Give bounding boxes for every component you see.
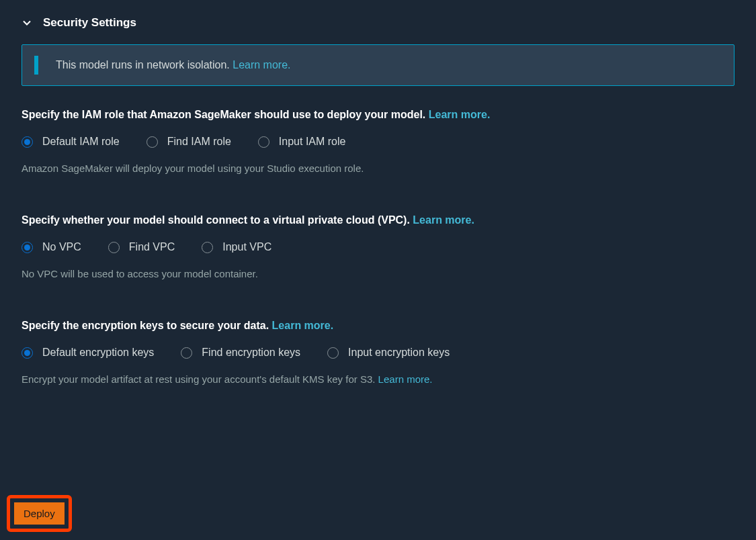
- vpc-learn-more-link[interactable]: Learn more.: [413, 214, 474, 226]
- radio-icon: [22, 136, 33, 148]
- radio-label: No VPC: [42, 241, 81, 253]
- iam-role-learn-more-link[interactable]: Learn more.: [429, 109, 491, 120]
- encryption-helper-text: Encrypt your model artifact at rest usin…: [22, 373, 375, 385]
- iam-default-radio[interactable]: Default IAM role: [22, 136, 120, 148]
- chevron-down-icon[interactable]: [22, 17, 32, 28]
- radio-label: Find IAM role: [167, 136, 231, 148]
- encryption-learn-more-link[interactable]: Learn more.: [272, 320, 334, 331]
- section-title: Security Settings: [43, 16, 136, 30]
- iam-find-radio[interactable]: Find IAM role: [146, 136, 231, 148]
- radio-label: Find encryption keys: [202, 347, 300, 359]
- iam-role-label-text: Specify the IAM role that Amazon SageMak…: [22, 109, 425, 120]
- iam-input-radio[interactable]: Input IAM role: [258, 136, 346, 148]
- iam-role-block: Specify the IAM role that Amazon SageMak…: [22, 109, 734, 174]
- encryption-label-text: Specify the encryption keys to secure yo…: [22, 320, 269, 331]
- encryption-find-radio[interactable]: Find encryption keys: [181, 347, 300, 359]
- encryption-helper-learn-more-link[interactable]: Learn more.: [378, 373, 433, 385]
- radio-icon: [202, 242, 213, 253]
- radio-icon: [146, 136, 158, 148]
- vpc-radio-group: No VPC Find VPC Input VPC: [22, 241, 734, 253]
- radio-label: Default encryption keys: [42, 347, 154, 359]
- radio-icon: [108, 242, 120, 253]
- radio-icon: [181, 347, 192, 359]
- radio-icon: [327, 347, 339, 359]
- radio-icon: [22, 347, 33, 359]
- iam-helper-text: Amazon SageMaker will deploy your model …: [22, 163, 734, 174]
- info-indicator-bar: [34, 56, 38, 75]
- radio-label: Default IAM role: [42, 136, 120, 148]
- encryption-input-radio[interactable]: Input encryption keys: [327, 347, 450, 359]
- vpc-find-radio[interactable]: Find VPC: [108, 241, 175, 253]
- info-message: This model runs in network isolation.: [56, 59, 230, 71]
- network-isolation-learn-more-link[interactable]: Learn more.: [233, 59, 290, 71]
- iam-role-radio-group: Default IAM role Find IAM role Input IAM…: [22, 136, 734, 148]
- network-isolation-info: This model runs in network isolation. Le…: [22, 44, 734, 86]
- deploy-button[interactable]: Deploy: [14, 502, 65, 525]
- section-header: Security Settings: [22, 16, 734, 30]
- iam-role-label: Specify the IAM role that Amazon SageMak…: [22, 109, 734, 121]
- vpc-input-radio[interactable]: Input VPC: [202, 241, 271, 253]
- radio-label: Input encryption keys: [348, 347, 450, 359]
- vpc-block: Specify whether your model should connec…: [22, 214, 734, 279]
- vpc-none-radio[interactable]: No VPC: [22, 241, 81, 253]
- radio-label: Find VPC: [129, 241, 175, 253]
- encryption-helper: Encrypt your model artifact at rest usin…: [22, 373, 734, 385]
- vpc-label: Specify whether your model should connec…: [22, 214, 734, 226]
- vpc-label-text: Specify whether your model should connec…: [22, 214, 410, 226]
- vpc-helper-text: No VPC will be used to access your model…: [22, 268, 734, 279]
- radio-label: Input IAM role: [279, 136, 346, 148]
- radio-label: Input VPC: [222, 241, 271, 253]
- radio-icon: [258, 136, 269, 148]
- info-text: This model runs in network isolation. Le…: [56, 59, 291, 71]
- deploy-highlight-box: Deploy: [7, 495, 72, 532]
- encryption-default-radio[interactable]: Default encryption keys: [22, 347, 154, 359]
- radio-icon: [22, 242, 33, 253]
- encryption-label: Specify the encryption keys to secure yo…: [22, 320, 734, 332]
- encryption-radio-group: Default encryption keys Find encryption …: [22, 347, 734, 359]
- encryption-block: Specify the encryption keys to secure yo…: [22, 320, 734, 385]
